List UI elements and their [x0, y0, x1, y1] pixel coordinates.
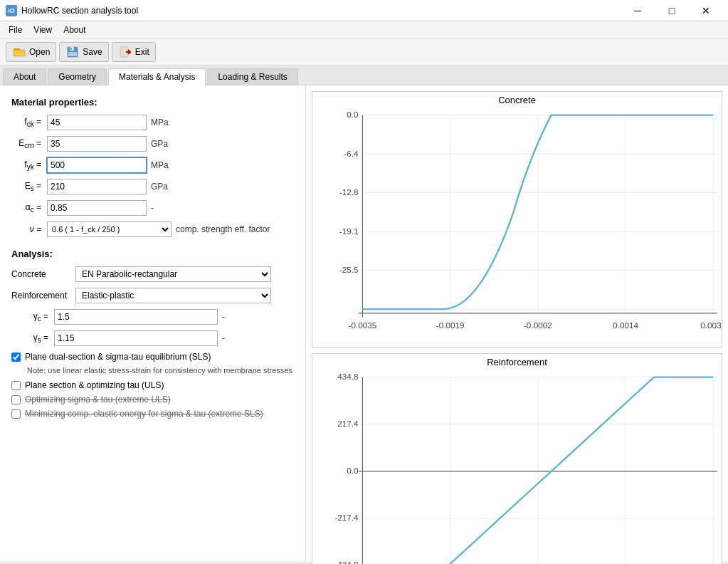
material-properties-title: Material properties:: [11, 97, 294, 108]
minimize-button[interactable]: ─: [621, 0, 654, 21]
analysis-section: Analysis: Concrete EN Parabolic-rectangu…: [11, 249, 294, 419]
checkbox2-row: Plane section & optimizing tau (ULS): [11, 380, 294, 390]
gamma-s-row: γs = -: [26, 330, 294, 346]
checkbox3-label[interactable]: Optimizing sigma & tau (extreme ULS): [25, 395, 171, 404]
ecm-input[interactable]: [47, 136, 147, 152]
fck-unit: MPa: [151, 118, 169, 127]
alpha-row: αc = -: [11, 200, 294, 216]
maximize-button[interactable]: □: [655, 0, 688, 21]
ecm-row: Ecm = GPa: [11, 136, 294, 152]
tab-materials[interactable]: Materials & Analysis: [108, 68, 206, 85]
tab-bar: About Geometry Materials & Analysis Load…: [0, 66, 728, 85]
reinforcement-label: Reinforcement: [11, 291, 75, 301]
concrete-chart-area: 0.0 -6.4 -12.8 -19.1 -25.5 -0.0035 -0.00…: [312, 107, 722, 342]
reinforcement-select[interactable]: Elastic-plastic Linear elastic Custom: [75, 288, 271, 303]
alpha-label: αc =: [11, 202, 47, 214]
svg-text:-0.0002: -0.0002: [524, 320, 552, 330]
svg-text:-25.5: -25.5: [339, 265, 359, 274]
save-button[interactable]: Save: [59, 42, 108, 62]
tab-about[interactable]: About: [3, 68, 46, 85]
gamma-c-row: γc = -: [26, 309, 294, 325]
menu-bar: File View About: [0, 21, 728, 38]
svg-text:-0.0019: -0.0019: [436, 320, 465, 330]
nu-row: ν = 0.6 ( 1 - f_ck / 250 ) comp. strengt…: [11, 221, 294, 237]
nu-select[interactable]: 0.6 ( 1 - f_ck / 250 ): [47, 221, 172, 237]
fck-input[interactable]: [47, 115, 147, 130]
tab-geometry[interactable]: Geometry: [48, 68, 107, 85]
gamma-s-input[interactable]: [54, 330, 218, 346]
reinforcement-chart-title: Reinforcement: [312, 357, 722, 367]
svg-text:434.8: 434.8: [337, 372, 358, 382]
checkbox1[interactable]: [11, 352, 21, 362]
main-content: Material properties: fck = MPa Ecm = GPa…: [0, 85, 728, 563]
reinforcement-chart-svg: 434.8 217.4 0.0 -217.4 -434.8 -0.0035 -0…: [312, 369, 722, 564]
svg-text:0.0014: 0.0014: [613, 320, 638, 330]
checkbox4[interactable]: [11, 409, 21, 419]
concrete-label: Concrete: [11, 269, 75, 279]
gamma-s-unit: -: [222, 333, 225, 343]
open-icon: [12, 45, 26, 59]
concrete-row: Concrete EN Parabolic-rectangular Linear…: [11, 266, 294, 282]
nu-label: ν =: [11, 224, 47, 234]
menu-view[interactable]: View: [28, 24, 58, 36]
svg-text:0.0: 0.0: [347, 466, 359, 476]
gamma-c-input[interactable]: [54, 309, 218, 325]
svg-rect-1: [14, 50, 25, 56]
reinforcement-chart-container: Reinforcement: [312, 353, 722, 564]
alpha-input[interactable]: [47, 200, 147, 216]
open-button[interactable]: Open: [6, 42, 56, 62]
gamma-c-unit: -: [222, 312, 225, 322]
nu-unit: comp. strength eff. factor: [176, 224, 270, 234]
gamma-c-label: γc =: [26, 311, 54, 323]
reinforcement-chart-area: 434.8 217.4 0.0 -217.4 -434.8 -0.0035 -0…: [312, 369, 722, 564]
left-panel: Material properties: fck = MPa Ecm = GPa…: [0, 85, 306, 563]
fck-label: fck =: [11, 117, 47, 128]
save-icon: [65, 45, 80, 59]
fyk-unit: MPa: [151, 160, 169, 170]
menu-about[interactable]: About: [58, 24, 91, 36]
fyk-label: fyk =: [11, 160, 47, 171]
title-bar-left: IO HollowRC section analysis tool: [6, 5, 138, 16]
ecm-unit: GPa: [151, 139, 168, 149]
es-label: Es =: [11, 181, 47, 192]
exit-button[interactable]: Exit: [112, 42, 156, 62]
checkbox2[interactable]: [11, 381, 21, 390]
tab-loading[interactable]: Loading & Results: [207, 68, 297, 85]
fck-row: fck = MPa: [11, 115, 294, 130]
es-input[interactable]: [47, 179, 147, 194]
app-icon: IO: [6, 5, 17, 16]
exit-label: Exit: [135, 47, 149, 57]
title-bar: IO HollowRC section analysis tool ─ □ ✕: [0, 0, 728, 21]
svg-rect-5: [68, 52, 77, 56]
menu-file[interactable]: File: [3, 24, 28, 36]
concrete-chart-container: Concrete: [312, 91, 722, 348]
toolbar: Open Save Exit: [0, 38, 728, 66]
note-text: Note: use linear elastic stress-strain f…: [27, 366, 294, 375]
save-label: Save: [83, 47, 102, 57]
svg-text:0.0: 0.0: [347, 110, 359, 119]
checkbox4-row: Minimizing comp. elastic energy for sigm…: [11, 409, 294, 419]
gamma-s-label: γs =: [26, 333, 54, 344]
close-button[interactable]: ✕: [690, 0, 722, 21]
checkbox4-label[interactable]: Minimizing comp. elastic energy for sigm…: [25, 409, 263, 419]
fyk-input[interactable]: [47, 157, 147, 173]
svg-text:-0.0035: -0.0035: [349, 320, 377, 330]
open-label: Open: [29, 47, 50, 57]
ecm-label: Ecm =: [11, 138, 47, 150]
es-unit: GPa: [151, 182, 168, 192]
analysis-title: Analysis:: [11, 249, 294, 259]
title-bar-controls: ─ □ ✕: [621, 0, 722, 21]
checkbox3[interactable]: [11, 395, 21, 404]
svg-text:-19.1: -19.1: [339, 226, 359, 236]
fyk-row: fyk = MPa: [11, 157, 294, 173]
checkbox1-label[interactable]: Plane dual-section & sigma-tau equilibri…: [25, 352, 211, 362]
checkbox1-row: Plane dual-section & sigma-tau equilibri…: [11, 352, 294, 362]
svg-text:-434.8: -434.8: [334, 560, 358, 564]
concrete-select[interactable]: EN Parabolic-rectangular Linear elastic …: [75, 266, 271, 282]
svg-rect-2: [14, 48, 18, 50]
svg-text:-6.4: -6.4: [344, 149, 359, 158]
svg-text:217.4: 217.4: [337, 419, 359, 429]
concrete-chart-svg: 0.0 -6.4 -12.8 -19.1 -25.5 -0.0035 -0.00…: [312, 107, 722, 342]
alpha-unit: -: [151, 203, 154, 213]
checkbox2-label[interactable]: Plane section & optimizing tau (ULS): [25, 380, 164, 390]
